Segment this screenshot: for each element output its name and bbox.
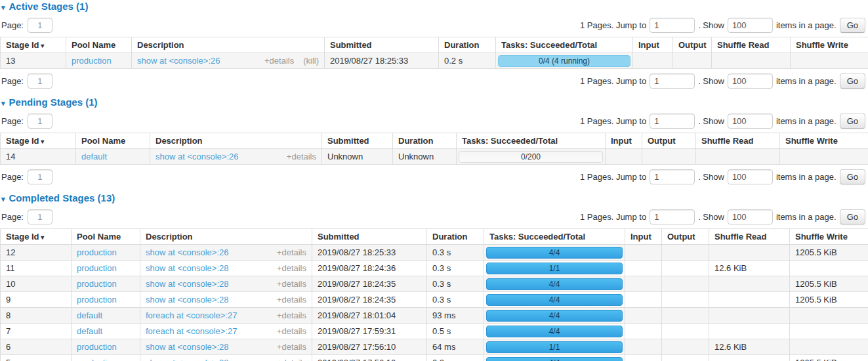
column-header-output[interactable]: Output xyxy=(642,133,696,149)
pool-name-link[interactable]: default xyxy=(77,326,102,336)
page-size-input[interactable] xyxy=(728,114,773,129)
task-progress-bar: 4/4 xyxy=(486,294,623,306)
jump-to-page-input[interactable] xyxy=(650,18,695,33)
section-title-pending-stages-1[interactable]: ▾Pending Stages (1) xyxy=(1,97,868,108)
page-number-input[interactable] xyxy=(28,114,52,129)
stage-description-link[interactable]: show at <console>:28 xyxy=(146,279,277,289)
column-header-stage-id[interactable]: Stage Id ▾ xyxy=(1,133,76,149)
go-button[interactable]: Go xyxy=(840,114,865,129)
go-button[interactable]: Go xyxy=(840,74,865,89)
page-number-input[interactable] xyxy=(28,18,52,33)
column-header-input[interactable]: Input xyxy=(633,37,673,53)
stage-description-link[interactable]: show at <console>:26 xyxy=(155,152,287,161)
shuffle-write-cell xyxy=(780,149,868,165)
page-number-input[interactable] xyxy=(28,169,52,184)
section-title-active-stages-1[interactable]: ▾Active Stages (1) xyxy=(1,1,868,12)
column-header-submitted[interactable]: Submitted xyxy=(325,37,439,53)
column-header-label: Shuffle Read xyxy=(714,232,766,242)
column-header-description[interactable]: Description xyxy=(132,37,325,53)
column-header-shuffle-read[interactable]: Shuffle Read xyxy=(709,229,790,245)
column-header-pool-name[interactable]: Pool Name xyxy=(72,229,140,245)
column-header-description[interactable]: Description xyxy=(150,133,322,149)
column-header-label: Stage Id xyxy=(6,232,39,242)
description-cell: show at <console>:28+details xyxy=(140,276,312,292)
go-button[interactable]: Go xyxy=(840,18,865,33)
stage-description-link[interactable]: show at <console>:26 xyxy=(137,56,264,66)
section-title-completed-stages-13[interactable]: ▾Completed Stages (13) xyxy=(1,193,868,203)
pool-name-link[interactable]: production xyxy=(72,56,112,66)
stage-description-link[interactable]: show at <console>:28 xyxy=(146,358,277,361)
go-button[interactable]: Go xyxy=(840,169,865,184)
page-size-input[interactable] xyxy=(728,169,773,184)
column-header-output[interactable]: Output xyxy=(662,229,709,245)
column-header-shuffle-read[interactable]: Shuffle Read xyxy=(696,133,780,149)
column-header-submitted[interactable]: Submitted xyxy=(312,229,427,245)
kill-link[interactable]: (kill) xyxy=(303,56,319,66)
column-header-duration[interactable]: Duration xyxy=(439,37,496,53)
details-toggle[interactable]: +details xyxy=(277,326,306,336)
column-header-shuffle-write[interactable]: Shuffle Write xyxy=(790,229,868,245)
pool-name-link[interactable]: production xyxy=(77,247,117,257)
stage-id-cell: 10 xyxy=(1,276,72,292)
stage-description-link[interactable]: foreach at <console>:27 xyxy=(146,310,277,320)
column-header-output[interactable]: Output xyxy=(673,37,712,53)
details-toggle[interactable]: +details xyxy=(277,263,306,273)
column-header-shuffle-write[interactable]: Shuffle Write xyxy=(791,37,868,53)
column-header-tasks-succeeded-total[interactable]: Tasks: Succeeded/Total xyxy=(496,37,633,53)
column-header-input[interactable]: Input xyxy=(606,133,642,149)
column-header-input[interactable]: Input xyxy=(625,229,662,245)
stage-description-link[interactable]: foreach at <console>:27 xyxy=(146,326,277,336)
page-size-input[interactable] xyxy=(728,18,773,33)
page-size-input[interactable] xyxy=(728,74,773,89)
jump-to-page-input[interactable] xyxy=(650,169,695,184)
page-number-input[interactable] xyxy=(28,209,52,224)
pool-name-link[interactable]: production xyxy=(77,342,117,352)
duration-cell: 0.3 s xyxy=(427,276,484,292)
page-size-input[interactable] xyxy=(728,209,773,224)
details-toggle[interactable]: +details xyxy=(277,295,306,305)
column-header-pool-name[interactable]: Pool Name xyxy=(76,133,150,149)
column-header-shuffle-read[interactable]: Shuffle Read xyxy=(712,37,791,53)
shuffle-write-cell xyxy=(790,339,868,355)
stage-description-link[interactable]: show at <console>:28 xyxy=(146,263,277,273)
stage-description-link[interactable]: show at <console>:28 xyxy=(146,295,277,305)
column-header-label: Shuffle Read xyxy=(701,136,753,146)
tasks-cell: 0/200 xyxy=(457,149,606,165)
column-header-label: Input xyxy=(611,136,632,146)
jump-to-page-input[interactable] xyxy=(650,114,695,129)
pool-name-link[interactable]: production xyxy=(77,295,117,305)
column-header-duration[interactable]: Duration xyxy=(427,229,484,245)
jump-to-page-input[interactable] xyxy=(650,209,695,224)
column-header-stage-id[interactable]: Stage Id ▾ xyxy=(1,37,66,53)
stage-description-link[interactable]: show at <console>:26 xyxy=(146,247,277,257)
pool-name-link[interactable]: production xyxy=(77,263,117,273)
pool-name-link[interactable]: production xyxy=(77,279,117,289)
pool-name-link[interactable]: default xyxy=(77,310,102,320)
details-toggle[interactable]: +details xyxy=(277,247,306,257)
details-toggle[interactable]: +details xyxy=(277,279,306,289)
column-header-shuffle-write[interactable]: Shuffle Write xyxy=(780,133,868,149)
column-header-stage-id[interactable]: Stage Id ▾ xyxy=(1,229,72,245)
column-header-label: Input xyxy=(630,232,651,242)
pool-name-link[interactable]: production xyxy=(77,358,117,361)
details-toggle[interactable]: +details xyxy=(277,342,306,352)
jump-to-page-input[interactable] xyxy=(650,74,695,89)
output-cell xyxy=(662,276,709,292)
pool-name-link[interactable]: default xyxy=(81,152,107,161)
column-header-tasks-succeeded-total[interactable]: Tasks: Succeeded/Total xyxy=(484,229,625,245)
page-number-input[interactable] xyxy=(28,74,52,89)
details-toggle[interactable]: +details xyxy=(277,358,306,361)
column-header-pool-name[interactable]: Pool Name xyxy=(66,37,132,53)
column-header-description[interactable]: Description xyxy=(140,229,312,245)
go-button[interactable]: Go xyxy=(840,209,865,224)
output-cell xyxy=(662,261,709,276)
details-toggle[interactable]: +details xyxy=(287,152,316,161)
column-header-tasks-succeeded-total[interactable]: Tasks: Succeeded/Total xyxy=(457,133,606,149)
details-toggle[interactable]: +details xyxy=(264,56,294,66)
column-header-submitted[interactable]: Submitted xyxy=(322,133,393,149)
pool-name-cell: production xyxy=(72,339,140,355)
stage-description-link[interactable]: show at <console>:28 xyxy=(146,342,277,352)
column-header-duration[interactable]: Duration xyxy=(393,133,457,149)
details-toggle[interactable]: +details xyxy=(277,310,306,320)
shuffle-write-cell: 1205.5 KiB xyxy=(790,245,868,261)
